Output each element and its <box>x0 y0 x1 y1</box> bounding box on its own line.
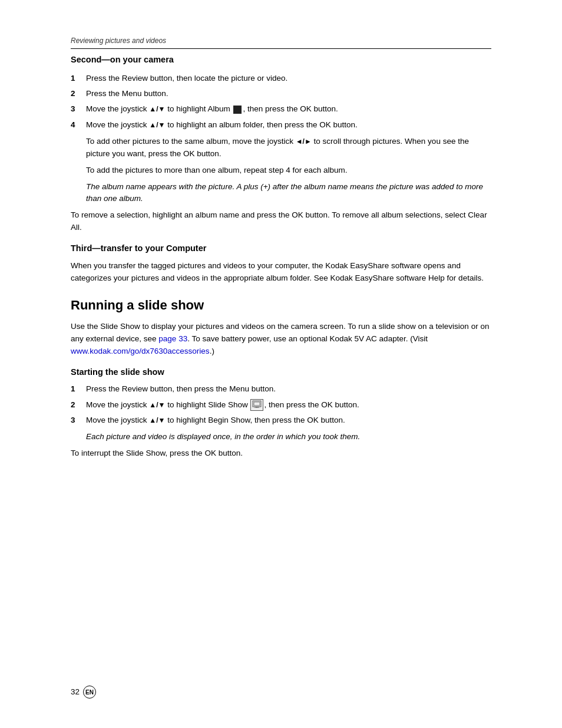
running-title: Running a slide show <box>71 295 491 315</box>
step-content: Move the joystick ▲/▼ to highlight Begin… <box>86 414 491 426</box>
svg-rect-1 <box>254 402 260 406</box>
section-second: Second—on your camera 1 Press the Review… <box>71 54 491 234</box>
list-item: 3 Move the joystick ▲/▼ to highlight Beg… <box>71 414 491 426</box>
page-number: 32 <box>71 686 80 698</box>
italic-note-1: The album name appears with the picture.… <box>86 181 491 206</box>
page33-link[interactable]: page 33 <box>158 334 187 343</box>
kodak-url-link[interactable]: www.kodak.com/go/dx7630accessories <box>71 347 210 355</box>
step-content: Press the Menu button. <box>86 88 491 100</box>
slideshow-svg <box>252 400 262 409</box>
list-item: 3 Move the joystick ▲/▼ to highlight Alb… <box>71 103 491 115</box>
interrupt-text: To interrupt the Slide Show, press the O… <box>71 447 491 460</box>
section-third-title: Third—transfer to your Computer <box>71 242 491 255</box>
joystick-updown-icon: ▲/▼ <box>149 105 165 113</box>
step-number: 3 <box>71 103 82 115</box>
list-item: 2 Move the joystick ▲/▼ to highlight Sli… <box>71 399 491 411</box>
step-number: 2 <box>71 399 82 411</box>
joystick-updown-icon: ▲/▼ <box>149 121 165 129</box>
section-running: Running a slide show Use the Slide Show … <box>71 295 491 460</box>
breadcrumb-section: Reviewing pictures and videos <box>71 35 491 49</box>
starting-steps-list: 1 Press the Review button, then press th… <box>71 383 491 426</box>
italic-note-slide: Each picture and video is displayed once… <box>86 431 491 443</box>
album-icon <box>233 106 242 114</box>
step-number: 2 <box>71 88 82 100</box>
step-content: Press the Review button, then press the … <box>86 383 491 395</box>
step-content: Move the joystick ▲/▼ to highlight Slide… <box>86 399 491 411</box>
step-content: Move the joystick ▲/▼ to highlight an al… <box>86 119 491 131</box>
step-number: 3 <box>71 414 82 426</box>
body-text-remove: To remove a selection, highlight an albu… <box>71 209 491 234</box>
en-badge: EN <box>83 686 96 699</box>
starting-title: Starting the slide show <box>71 366 491 379</box>
section-third: Third—transfer to your Computer When you… <box>71 242 491 285</box>
joystick-updown-icon: ▲/▼ <box>149 401 165 409</box>
joystick-leftright-icon: ◄/► <box>296 137 312 146</box>
section-second-title: Second—on your camera <box>71 54 491 67</box>
page: Reviewing pictures and videos Second—on … <box>0 0 562 728</box>
list-item: 2 Press the Menu button. <box>71 88 491 100</box>
step-number: 4 <box>71 119 82 131</box>
joystick-updown-icon: ▲/▼ <box>149 416 165 424</box>
list-item: 1 Press the Review button, then press th… <box>71 383 491 395</box>
step-content: Press the Review button, then locate the… <box>86 73 491 84</box>
subsection-starting: Starting the slide show 1 Press the Revi… <box>71 366 491 460</box>
step-content: Move the joystick ▲/▼ to highlight Album… <box>86 103 491 115</box>
running-intro: Use the Slide Show to display your pictu… <box>71 321 491 358</box>
section-divider <box>71 48 491 49</box>
page-footer: 32 EN <box>71 686 96 699</box>
section-third-body: When you transfer the tagged pictures an… <box>71 260 491 285</box>
slideshow-icon <box>250 399 263 411</box>
breadcrumb: Reviewing pictures and videos <box>71 35 491 46</box>
indented-text-2: To add the pictures to more than one alb… <box>86 164 491 177</box>
step-number: 1 <box>71 73 82 84</box>
indented-text-1: To add other pictures to the same album,… <box>86 136 491 160</box>
list-item: 1 Press the Review button, then locate t… <box>71 73 491 84</box>
step-number: 1 <box>71 383 82 395</box>
list-item: 4 Move the joystick ▲/▼ to highlight an … <box>71 119 491 131</box>
second-steps-list: 1 Press the Review button, then locate t… <box>71 73 491 131</box>
